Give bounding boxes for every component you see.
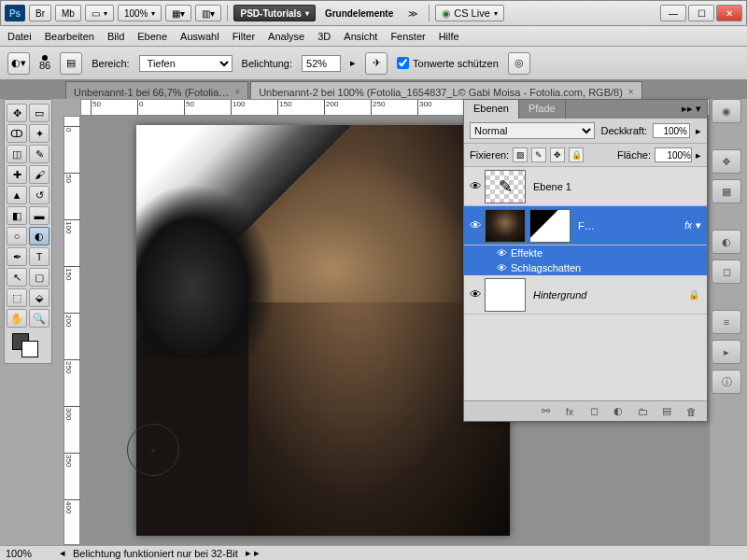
color-swatches[interactable] — [7, 333, 49, 359]
ruler-vertical[interactable]: 0 50 100 150 200 250 300 350 400 — [63, 116, 80, 545]
menu-analyse[interactable]: Analyse — [268, 31, 304, 42]
opacity-input[interactable] — [653, 123, 690, 138]
effects-row[interactable]: 👁Effekte — [464, 245, 707, 260]
lock-trans-icon[interactable]: ▨ — [513, 147, 528, 162]
dropshadow-row[interactable]: 👁Schlagschatten — [464, 260, 707, 275]
menu-ansicht[interactable]: Ansicht — [344, 31, 377, 42]
lock-pos-icon[interactable]: ✥ — [550, 147, 565, 162]
maximize-button[interactable]: ☐ — [688, 5, 714, 21]
bereich-select[interactable]: Tiefen — [139, 55, 233, 72]
menu-ebene[interactable]: Ebene — [137, 31, 167, 42]
status-arrow-left[interactable]: ◂ — [60, 547, 65, 559]
doc-tab-2[interactable]: Unbenannt-2 bei 100% (Fotolia_1654837_L©… — [250, 81, 642, 99]
workspace-psd[interactable]: PSD-Tutorials — [233, 5, 315, 21]
layer-name[interactable]: F… — [574, 220, 684, 231]
brush-preset[interactable]: 86 — [39, 55, 50, 71]
stamp-tool[interactable]: ▲ — [7, 186, 27, 204]
folder-icon[interactable]: 🗀 — [634, 404, 651, 419]
heal-tool[interactable]: ✚ — [7, 165, 27, 184]
adjust-icon[interactable]: ◐ — [610, 404, 627, 419]
close-icon[interactable]: × — [628, 87, 634, 97]
lock-pixels-icon[interactable]: ✎ — [531, 147, 546, 162]
layer-mask-thumb[interactable] — [529, 209, 571, 243]
workspace-grund[interactable]: Grundelemente — [319, 5, 399, 21]
current-tool-icon[interactable]: ◐▾ — [7, 52, 30, 75]
lasso-tool[interactable]: ↀ — [7, 124, 27, 143]
3d-cam-tool[interactable]: ⬙ — [29, 288, 49, 307]
brush-tool[interactable]: 🖌 — [29, 165, 49, 184]
close-button[interactable]: ✕ — [716, 5, 742, 21]
blur-tool[interactable]: ○ — [7, 227, 27, 245]
airbrush-icon[interactable]: ✈ — [365, 52, 388, 75]
dock-color-icon[interactable]: ◉ — [712, 99, 741, 123]
tablet-pressure-icon[interactable]: ◎ — [508, 52, 530, 75]
dock-masks-icon[interactable]: ◻ — [712, 259, 741, 284]
dodge-tool[interactable]: ◐ — [29, 227, 49, 245]
3d-tool[interactable]: ⬚ — [7, 288, 27, 307]
layer-thumb[interactable] — [485, 209, 526, 243]
dock-channels-icon[interactable]: ▦ — [712, 179, 741, 203]
close-icon[interactable]: × — [234, 87, 240, 97]
belichtung-stepper[interactable]: ▸ — [350, 57, 356, 69]
new-layer-icon[interactable]: ▤ — [658, 404, 675, 419]
tonwerte-check[interactable] — [397, 57, 409, 69]
marquee-tool[interactable]: ▭ — [29, 104, 49, 122]
blend-mode-select[interactable]: Normal — [470, 122, 595, 139]
layer-row[interactable]: 👁 ✎ Ebene 1 — [464, 167, 707, 206]
zoom-tool[interactable]: 🔍 — [29, 309, 49, 328]
link-icon[interactable]: ⚯ — [537, 404, 554, 419]
workspace-more[interactable]: ≫ — [402, 5, 423, 21]
panel-menu-icon[interactable]: ▸▸ ▾ — [676, 100, 707, 119]
status-arrow-right[interactable]: ▸ ▸ — [246, 547, 260, 559]
type-tool[interactable]: T — [29, 247, 49, 266]
layer-name[interactable]: Hintergrund — [529, 289, 688, 301]
gradient-tool[interactable]: ▬ — [29, 206, 49, 225]
trash-icon[interactable]: 🗑 — [683, 404, 699, 419]
brush-panel-icon[interactable]: ▤ — [60, 52, 82, 75]
layer-thumb[interactable]: ✎ — [485, 170, 526, 203]
view-extras[interactable]: ▦▾ — [165, 5, 191, 21]
doc-tab-1[interactable]: Unbenannt-1 bei 66,7% (Fotolia…× — [65, 81, 248, 99]
crop-tool[interactable]: ◫ — [7, 145, 27, 163]
layer-row[interactable]: 👁 F… fx▾ — [464, 206, 707, 245]
layer-row[interactable]: 👁 Hintergrund 🔒 — [464, 275, 707, 315]
menu-auswahl[interactable]: Auswahl — [180, 31, 219, 42]
hand-tool[interactable]: ✋ — [7, 309, 27, 328]
minimize-button[interactable]: — — [660, 5, 686, 21]
move-tool[interactable]: ✥ — [7, 104, 27, 122]
screen-mode[interactable]: ▭ — [85, 5, 114, 21]
lock-all-icon[interactable]: 🔒 — [569, 147, 584, 162]
eyedropper-tool[interactable]: ✎ — [29, 145, 49, 163]
menu-hilfe[interactable]: Hilfe — [439, 31, 459, 42]
zoom-level[interactable]: 100% — [118, 5, 162, 21]
status-zoom[interactable]: 100% — [6, 548, 52, 559]
tab-ebenen[interactable]: Ebenen — [464, 100, 519, 119]
menu-fenster[interactable]: Fenster — [390, 31, 425, 42]
bridge-button[interactable]: Br — [29, 5, 51, 21]
layer-thumb[interactable] — [485, 278, 526, 312]
dock-layers-icon[interactable]: ❖ — [712, 149, 741, 174]
minibridge-button[interactable]: Mb — [55, 5, 81, 21]
path-tool[interactable]: ↖ — [7, 268, 27, 287]
layer-name[interactable]: Ebene 1 — [529, 181, 705, 192]
menu-3d[interactable]: 3D — [317, 31, 331, 42]
cslive-button[interactable]: ◉CS Live — [435, 5, 504, 21]
fill-input[interactable] — [655, 147, 692, 162]
pen-tool[interactable]: ✒ — [7, 247, 27, 266]
visibility-icon[interactable]: 👁 — [466, 179, 485, 193]
mask-icon[interactable]: ◻ — [585, 404, 602, 419]
menu-datei[interactable]: Datei — [7, 31, 32, 42]
shape-tool[interactable]: ▢ — [29, 268, 49, 287]
belichtung-input[interactable] — [302, 55, 341, 72]
menu-bearbeiten[interactable]: Bearbeiten — [45, 31, 94, 42]
tab-pfade[interactable]: Pfade — [519, 100, 566, 119]
fx-badge[interactable]: fx — [684, 220, 692, 231]
visibility-icon[interactable]: 👁 — [466, 218, 485, 232]
dock-actions-icon[interactable]: ▸ — [712, 340, 741, 364]
dock-info-icon[interactable]: ⓘ — [712, 370, 741, 394]
menu-bild[interactable]: Bild — [107, 31, 124, 42]
arrange-docs[interactable]: ▥▾ — [195, 5, 221, 21]
menu-filter[interactable]: Filter — [233, 31, 255, 42]
dock-adjust-icon[interactable]: ◐ — [712, 230, 741, 254]
eraser-tool[interactable]: ◧ — [7, 206, 27, 225]
